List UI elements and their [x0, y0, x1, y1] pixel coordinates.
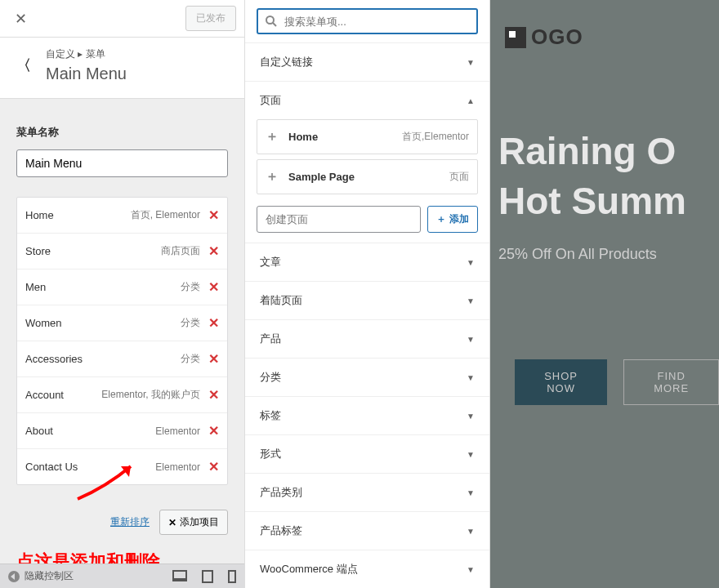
create-page-input[interactable] — [257, 206, 421, 233]
plus-icon: ＋ — [266, 128, 279, 145]
menu-item-row[interactable]: Accessories分类✕ — [17, 341, 227, 377]
chevron-down-icon: ▼ — [467, 565, 475, 574]
page-item[interactable]: ＋Sample Page页面 — [257, 159, 478, 194]
search-menu-items[interactable] — [257, 8, 478, 34]
menu-item-row[interactable]: Men分类✕ — [17, 270, 227, 305]
mobile-icon[interactable] — [228, 570, 236, 583]
hide-controls-button[interactable]: 隐藏控制区 — [8, 569, 74, 583]
menu-item-label: Accessories — [25, 353, 83, 365]
chevron-up-icon: ▲ — [467, 96, 475, 105]
accordion-product-tag[interactable]: 产品标签▼ — [245, 511, 489, 550]
svg-point-1 — [266, 16, 274, 24]
menu-item-meta: Elementor, 我的账户页 — [101, 388, 200, 402]
desktop-icon[interactable] — [172, 570, 187, 581]
find-more-button[interactable]: FIND MORE — [623, 359, 719, 405]
accordion-product-cat[interactable]: 产品类别▼ — [245, 473, 489, 511]
menu-name-input[interactable] — [16, 149, 228, 177]
accordion-pages[interactable]: 页面▲ — [245, 81, 489, 119]
page-item-name: Home — [288, 131, 402, 143]
accordion-woo-endpoints[interactable]: WooCommerce 端点▼ — [245, 550, 489, 588]
reorder-link[interactable]: 重新排序 — [110, 515, 150, 529]
menu-item-label: Home — [25, 209, 54, 221]
menu-item-row[interactable]: Women分类✕ — [17, 305, 227, 341]
publish-button[interactable]: 已发布 — [185, 6, 236, 31]
accordion-landing[interactable]: 着陆页面▼ — [245, 281, 489, 319]
accordion-posts[interactable]: 文章▼ — [245, 243, 489, 281]
pages-list: ＋Home首页,Elementor ＋Sample Page页面 — [245, 119, 489, 194]
menu-item-label: Men — [25, 281, 46, 293]
search-input[interactable] — [284, 16, 470, 28]
page-item-meta: 首页,Elementor — [402, 130, 469, 144]
hero-subheading: 25% Off On All Products — [498, 246, 719, 263]
menu-item-row[interactable]: AboutElementor✕ — [17, 413, 227, 449]
chevron-down-icon: ▼ — [467, 296, 475, 305]
chevron-down-icon: ▼ — [467, 488, 475, 497]
menu-item-row[interactable]: AccountElementor, 我的账户页✕ — [17, 377, 227, 413]
accordion-label: 分类 — [260, 370, 281, 385]
menu-name-label: 菜单名称 — [16, 125, 228, 140]
accordion-label: 产品 — [260, 332, 281, 346]
menu-item-meta: 分类 — [181, 352, 200, 366]
accordion-custom-links[interactable]: 自定义链接▼ — [245, 42, 489, 81]
menu-item-row[interactable]: Home首页, Elementor✕ — [17, 198, 227, 234]
remove-icon[interactable]: ✕ — [208, 279, 219, 295]
remove-icon[interactable]: ✕ — [208, 315, 219, 331]
remove-icon[interactable]: ✕ — [208, 423, 219, 439]
collapse-icon — [8, 571, 20, 582]
accordion-label: 形式 — [260, 447, 281, 461]
menu-item-meta: Elementor — [155, 425, 200, 437]
accordion-products[interactable]: 产品▼ — [245, 319, 489, 358]
remove-icon[interactable]: ✕ — [208, 387, 219, 403]
accordion-label: 产品标签 — [260, 523, 302, 538]
site-preview: OGO Raining O Hot Summ 25% Off On All Pr… — [490, 0, 719, 588]
chevron-down-icon: ▼ — [467, 258, 475, 267]
bottom-bar: 隐藏控制区 — [0, 564, 244, 588]
page-item-meta: 页面 — [449, 170, 469, 184]
page-item[interactable]: ＋Home首页,Elementor — [257, 119, 478, 154]
menu-item-label: Account — [25, 389, 64, 401]
menu-item-meta: Elementor — [155, 461, 200, 473]
accordion-label: 着陆页面 — [260, 293, 302, 308]
remove-icon[interactable]: ✕ — [208, 459, 219, 474]
add-page-label: 添加 — [449, 212, 469, 226]
add-page-button[interactable]: ＋添加 — [427, 206, 478, 233]
shop-now-button[interactable]: SHOP NOW — [515, 359, 607, 405]
chevron-down-icon: ▼ — [467, 527, 475, 536]
close-icon: ✕ — [168, 517, 176, 528]
plus-icon: ＋ — [266, 168, 279, 185]
accordion-label: 标签 — [260, 408, 281, 423]
accordion-label: WooCommerce 端点 — [260, 562, 358, 577]
remove-icon[interactable]: ✕ — [208, 207, 219, 223]
remove-icon[interactable]: ✕ — [208, 351, 219, 367]
search-icon — [265, 15, 278, 28]
breadcrumb-title: Main Menu — [46, 65, 127, 83]
back-arrow-icon[interactable]: 〈 — [16, 56, 31, 75]
menu-item-label: Women — [25, 317, 62, 329]
accordion-label: 页面 — [260, 93, 281, 108]
close-icon[interactable]: ✕ — [8, 7, 33, 31]
chevron-down-icon: ▼ — [467, 373, 475, 382]
accordion-label: 产品类别 — [260, 485, 302, 500]
menu-item-row[interactable]: Store商店页面✕ — [17, 234, 227, 270]
hide-controls-label: 隐藏控制区 — [25, 569, 74, 583]
menu-item-row[interactable]: Contact UsElementor✕ — [17, 449, 227, 484]
tablet-icon[interactable] — [202, 570, 213, 583]
menu-item-label: Store — [25, 245, 51, 257]
hero-heading-2: Hot Summ — [498, 180, 719, 222]
add-item-button[interactable]: ✕添加项目 — [159, 510, 228, 535]
breadcrumb: 〈 自定义 ▸ 菜单 Main Menu — [0, 38, 244, 99]
accordion-tags[interactable]: 标签▼ — [245, 396, 489, 434]
accordion-label: 文章 — [260, 255, 281, 270]
menu-item-label: About — [25, 425, 53, 437]
chevron-down-icon: ▼ — [467, 335, 475, 344]
accordion-formats[interactable]: 形式▼ — [245, 434, 489, 473]
svg-line-2 — [273, 23, 276, 26]
menu-item-label: Contact Us — [25, 461, 78, 473]
logo-icon — [505, 27, 526, 48]
accordion-categories[interactable]: 分类▼ — [245, 358, 489, 396]
menu-item-meta: 首页, Elementor — [131, 208, 200, 222]
menu-items-list: Home首页, Elementor✕ Store商店页面✕ Men分类✕ Wom… — [16, 197, 228, 485]
chevron-down-icon: ▼ — [467, 450, 475, 459]
plus-icon: ＋ — [436, 212, 446, 226]
remove-icon[interactable]: ✕ — [208, 243, 219, 259]
